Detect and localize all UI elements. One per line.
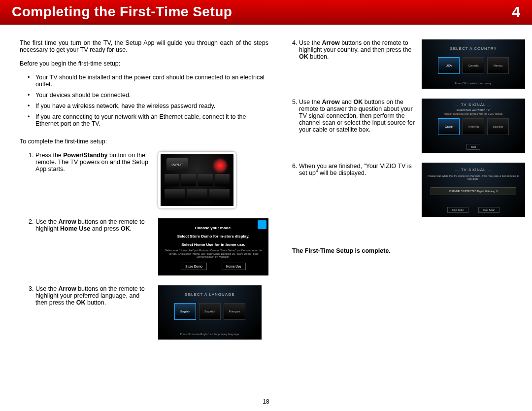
signal-option: Satellite [487, 118, 509, 135]
page-title: Completing the First-Time Setup [12, 4, 232, 20]
mode-sub: Seleccione "Home Use" por Modo en Casa o… [162, 249, 265, 259]
prep-item: Your TV should be installed and the powe… [35, 74, 268, 88]
country-option: Mexico [487, 57, 509, 74]
mode-line: Select Store Demo for in-store display. [162, 234, 265, 239]
step-text: button. [85, 299, 106, 306]
step-bold: Arrow [59, 218, 76, 225]
intro-text: The first time you turn on the TV, the S… [20, 39, 268, 53]
lang-option: Español [199, 303, 221, 320]
step-text: Press the [35, 152, 63, 159]
remote-input-button: INPUT [166, 158, 188, 171]
figure-remote: INPUT [158, 152, 236, 208]
step-1: Press the Power/Standby button on the re… [35, 152, 268, 208]
screen-title: TV SIGNAL [422, 103, 525, 107]
stop-scan-button: Stop Scan [478, 207, 499, 213]
step-text: . [130, 225, 132, 232]
step-text: Use the [35, 285, 59, 292]
step-text: Use the [299, 99, 322, 105]
screen-title: SELECT A LANGUAGE [158, 292, 262, 297]
prep-item: Your devices should be connected. [35, 92, 268, 99]
figure-language: SELECT A LANGUAGE English Español França… [158, 285, 262, 340]
step-6: When you are finished, "Your VIZIO TV is… [299, 163, 525, 217]
figure-country: SELECT A COUNTRY USA Canada Mexico Press… [422, 39, 525, 89]
step-bold: Home Use [60, 225, 90, 232]
scan-bar: CHANNELS DETECTED Digital: 8 Analog: 0 [431, 187, 516, 195]
screen-footer: Press OK to select the country. [422, 82, 525, 85]
step-bold: Arrow [59, 285, 76, 292]
step-3: Use the Arrow buttons on the remote to h… [35, 285, 268, 340]
step-text: Use the [35, 218, 59, 225]
lang-option: English [174, 303, 196, 320]
page-number: 18 [0, 398, 532, 405]
signal-option: Antenna [463, 118, 484, 135]
page-header: Completing the First-Time Setup 4 [0, 0, 532, 25]
screen-sub2: You can control all your devices with th… [422, 112, 525, 115]
step-bold: OK [354, 99, 363, 105]
step-bold: Arrow [322, 39, 340, 46]
figure-mode: Choose your mode. Select Store Demo for … [158, 218, 268, 275]
prep-list: Your TV should be installed and the powe… [20, 74, 268, 131]
signal-option: Cable [438, 118, 460, 135]
lang-option: Français [224, 303, 245, 320]
country-option: USA [438, 57, 460, 74]
to-complete-label: To complete the first-time setup: [20, 138, 268, 145]
step-text: button. [308, 53, 329, 60]
page-content: The first time you turn on the TV, the S… [0, 25, 532, 349]
screen-sub: Select how you watch TV. [422, 108, 525, 111]
mode-title: Choose your mode. [162, 226, 265, 230]
screen-footer: Press OK to use English as the primary l… [158, 333, 262, 336]
figure-tv-signal: TV SIGNAL Select how you watch TV. You c… [422, 99, 525, 153]
step-bold: OK [299, 53, 308, 60]
mode-line: Select Home Use for in-home use. [162, 242, 265, 247]
prep-item: If you have a wireless network, have the… [35, 103, 268, 109]
step-text: and [340, 99, 354, 105]
step-bold: Arrow [322, 99, 340, 105]
screen-sub: Please wait while the TV scans for chann… [428, 174, 519, 180]
chapter-number: 4 [512, 3, 520, 20]
screen-title: TV SIGNAL [422, 168, 525, 172]
completion-message: The First-Time Setup is complete. [292, 247, 525, 254]
right-column: Use the Arrow buttons on the remote to h… [283, 39, 525, 349]
screen-title: SELECT A COUNTRY [422, 46, 525, 51]
step-2: Use the Arrow buttons on the remote to h… [35, 218, 268, 275]
country-option: Canada [463, 57, 484, 74]
power-icon [214, 159, 227, 172]
step-bold: OK [121, 225, 130, 232]
left-column: The first time you turn on the TV, the S… [20, 39, 268, 349]
skip-scan-button: Skip Scan [447, 207, 468, 213]
store-demo-button: Store Demo [181, 263, 207, 270]
before-label: Before you begin the first-time setup: [20, 60, 268, 67]
home-use-button: Home Use [222, 263, 246, 270]
step-bold: OK [76, 299, 86, 306]
prep-item: If you are connecting to your network wi… [35, 113, 268, 127]
figure-setup-complete: TV SIGNAL Please wait while the TV scans… [422, 163, 525, 217]
step-4: Use the Arrow buttons on the remote to h… [299, 39, 525, 89]
step-text: When you are finished, "Your VIZIO TV is… [299, 163, 415, 176]
skip-button: Skip [466, 144, 481, 150]
step-5: Use the Arrow and OK buttons on the remo… [299, 99, 525, 153]
steps-list-right: Use the Arrow buttons on the remote to h… [283, 39, 525, 227]
step-text: Use the [299, 39, 322, 46]
energy-star-icon [258, 220, 266, 229]
step-bold: Power/Standby [63, 152, 107, 159]
step-text: and press [90, 225, 121, 232]
steps-list-left: Press the Power/Standby button on the re… [20, 152, 268, 349]
